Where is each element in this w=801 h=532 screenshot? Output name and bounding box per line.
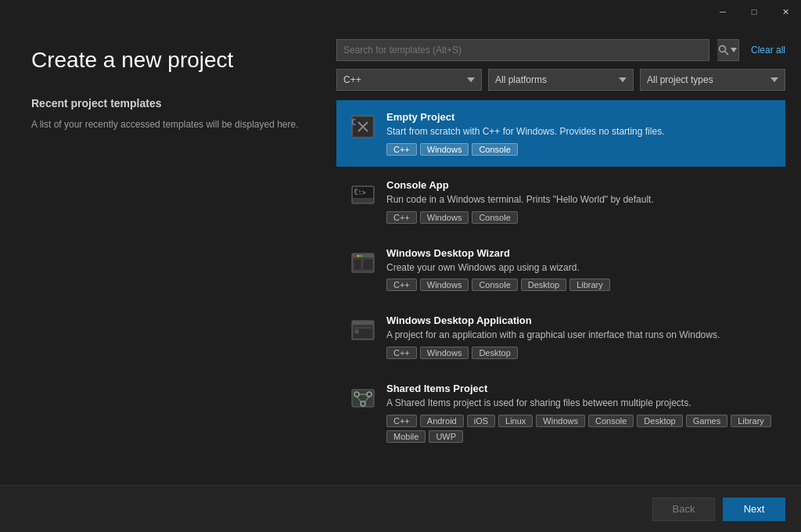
tag: C++ xyxy=(386,415,417,427)
tag: C++ xyxy=(386,279,417,291)
svg-point-0 xyxy=(720,46,726,52)
svg-rect-16 xyxy=(354,259,361,270)
main-layout: Create a new project Recent project temp… xyxy=(0,0,801,532)
right-panel: Clear all C++ All languages C# Python Al… xyxy=(329,23,801,532)
tag: Library xyxy=(569,279,610,291)
template-tags: C++WindowsConsole xyxy=(386,211,773,224)
template-item-shared-items-project[interactable]: Shared Items Project A Shared Items proj… xyxy=(336,372,785,454)
svg-line-1 xyxy=(725,52,729,56)
search-button[interactable] xyxy=(717,39,739,61)
svg-rect-17 xyxy=(363,259,373,270)
svg-point-15 xyxy=(361,254,363,257)
template-desc: A project for an application with a grap… xyxy=(386,329,773,342)
platform-filter[interactable]: All platforms Windows Linux Android iOS xyxy=(488,69,634,91)
template-content: Windows Desktop Wizard Create your own W… xyxy=(386,247,773,292)
template-list: C Empty Project Start from scratch with … xyxy=(336,100,785,516)
maximize-button[interactable]: □ xyxy=(738,0,770,23)
tag: Android xyxy=(420,415,464,427)
recent-templates-desc: A list of your recently accessed templat… xyxy=(31,117,305,131)
template-content: Console App Run code in a Windows termin… xyxy=(386,179,773,224)
recent-templates-heading: Recent project templates xyxy=(31,97,305,110)
tag: C++ xyxy=(386,143,417,156)
clear-all-button[interactable]: Clear all xyxy=(751,45,785,56)
tag: Linux xyxy=(498,415,533,427)
search-icon xyxy=(718,45,729,56)
svg-text:C: C xyxy=(351,118,356,127)
template-icon-empty-project: C xyxy=(349,113,377,141)
tag: Library xyxy=(731,415,771,427)
template-name: Windows Desktop Application xyxy=(386,315,773,326)
tag: C++ xyxy=(386,211,417,224)
template-name: Empty Project xyxy=(386,111,773,123)
search-input[interactable] xyxy=(343,45,702,56)
next-button[interactable]: Next xyxy=(723,498,785,521)
tag: Windows xyxy=(536,415,585,427)
template-icon-windows-desktop-application: ⊞ xyxy=(349,316,377,344)
back-button[interactable]: Back xyxy=(652,498,715,521)
tag: UWP xyxy=(429,430,463,443)
template-desc: Start from scratch with C++ for Windows.… xyxy=(386,125,773,138)
tag: Windows xyxy=(420,347,469,359)
svg-rect-19 xyxy=(353,322,373,325)
bottom-bar: Back Next xyxy=(0,485,801,532)
tag: Console xyxy=(472,211,517,224)
svg-point-13 xyxy=(354,254,357,257)
template-tags: C++AndroidiOSLinuxWindowsConsoleDesktopG… xyxy=(386,415,773,443)
template-name: Shared Items Project xyxy=(386,383,773,394)
template-item-console-app[interactable]: C:> C: Console App Run code in a Windows… xyxy=(336,168,785,235)
dropdown-icon xyxy=(731,48,737,52)
language-filter[interactable]: C++ All languages C# Python xyxy=(336,69,482,91)
tag: Desktop xyxy=(472,347,517,359)
template-item-windows-desktop-wizard[interactable]: Windows Desktop Wizard Create your own W… xyxy=(336,236,785,303)
filters-row: C++ All languages C# Python All platform… xyxy=(336,69,785,91)
template-desc: Run code in a Windows terminal. Prints "… xyxy=(386,193,773,207)
svg-text:C:: C: xyxy=(354,188,361,194)
tag: Desktop xyxy=(521,279,566,291)
tag: Desktop xyxy=(637,415,682,427)
minimize-button[interactable]: ─ xyxy=(707,0,738,23)
tag: C++ xyxy=(386,347,417,359)
template-icon-windows-desktop-wizard xyxy=(349,249,377,277)
template-content: Windows Desktop Application A project fo… xyxy=(386,315,773,359)
template-item-empty-project[interactable]: C Empty Project Start from scratch with … xyxy=(336,100,785,167)
template-content: Empty Project Start from scratch with C+… xyxy=(386,111,773,156)
svg-point-14 xyxy=(357,254,360,257)
left-panel: Create a new project Recent project temp… xyxy=(0,23,329,532)
tag: Mobile xyxy=(386,430,426,443)
tag: Windows xyxy=(420,143,469,156)
tag: Console xyxy=(472,143,517,156)
search-box[interactable] xyxy=(336,39,709,61)
close-button[interactable]: ✕ xyxy=(770,0,801,23)
template-icon-console-app: C:> C: xyxy=(349,181,377,209)
template-desc: Create your own Windows app using a wiza… xyxy=(386,261,773,275)
template-icon-shared-items-project xyxy=(349,384,377,412)
template-tags: C++WindowsDesktop xyxy=(386,347,773,359)
tag: Console xyxy=(472,279,517,291)
svg-text:⊞: ⊞ xyxy=(354,329,359,334)
template-item-windows-desktop-application[interactable]: ⊞ Windows Desktop Application A project … xyxy=(336,304,785,370)
tag: Windows xyxy=(420,279,469,291)
titlebar: ─ □ ✕ xyxy=(707,0,801,23)
tag: Games xyxy=(686,415,727,427)
page-title: Create a new project xyxy=(31,47,305,74)
template-name: Windows Desktop Wizard xyxy=(386,247,773,259)
template-desc: A Shared Items project is used for shari… xyxy=(386,397,773,410)
template-tags: C++WindowsConsoleDesktopLibrary xyxy=(386,279,773,291)
template-tags: C++WindowsConsole xyxy=(386,143,773,156)
project-type-filter[interactable]: All project types Console Desktop Librar… xyxy=(640,69,785,91)
template-name: Console App xyxy=(386,179,773,191)
tag: iOS xyxy=(467,415,495,427)
template-content: Shared Items Project A Shared Items proj… xyxy=(386,383,773,443)
tag: Console xyxy=(588,415,634,427)
search-row: Clear all xyxy=(336,39,785,61)
tag: Windows xyxy=(420,211,469,224)
